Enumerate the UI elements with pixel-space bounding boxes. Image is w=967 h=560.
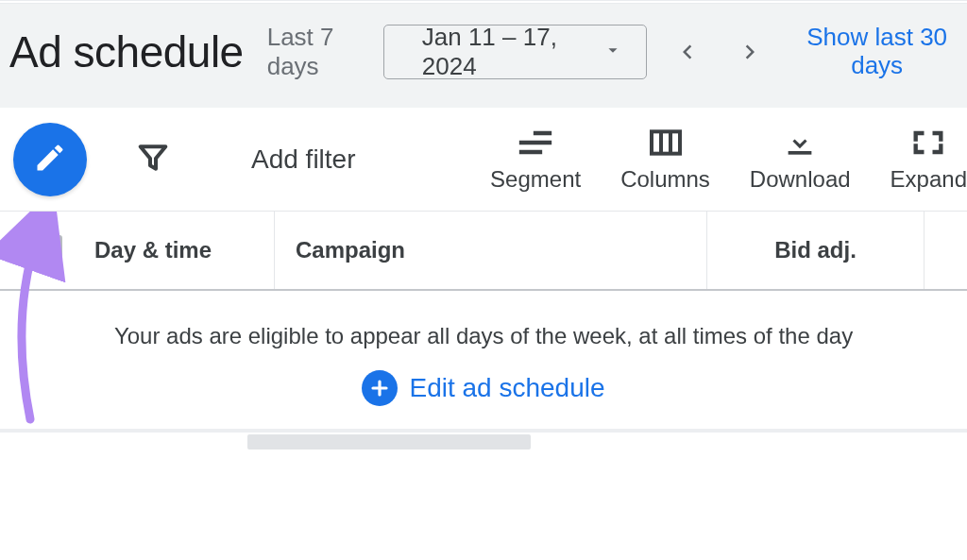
columns-icon <box>647 127 685 159</box>
column-day-time[interactable]: Day & time <box>94 237 274 263</box>
expand-icon <box>909 127 947 159</box>
date-range-value: Jan 11 – 17, 2024 <box>422 23 566 81</box>
table-header-row: Day & time Campaign Bid adj. <box>0 212 967 291</box>
segment-button[interactable]: Segment <box>490 127 581 193</box>
date-range-label: Last 7 days <box>267 23 366 81</box>
toolbar-actions: Segment Columns Download Expand <box>490 127 967 193</box>
download-button[interactable]: Download <box>750 127 851 193</box>
column-campaign[interactable]: Campaign <box>274 212 706 289</box>
add-filter-input[interactable]: Add filter <box>251 144 356 175</box>
column-bid-adj-label: Bid adj. <box>774 237 857 263</box>
date-prev-button[interactable] <box>673 38 702 66</box>
chevron-down-icon <box>602 40 623 64</box>
edit-fab-button[interactable] <box>13 123 87 196</box>
edit-ad-schedule-label: Edit ad schedule <box>409 373 604 403</box>
edit-ad-schedule-button[interactable]: Edit ad schedule <box>0 370 967 406</box>
download-icon <box>781 127 819 159</box>
svg-rect-0 <box>652 131 680 153</box>
expand-label: Expand <box>891 166 967 193</box>
date-next-button[interactable] <box>736 38 764 66</box>
segment-label: Segment <box>490 166 581 193</box>
scroll-thumb[interactable] <box>247 434 531 450</box>
pencil-icon <box>33 141 67 178</box>
empty-state-message: Your ads are eligible to appear all days… <box>0 323 967 349</box>
select-all-checkbox[interactable] <box>32 235 62 265</box>
page-title: Ad schedule <box>9 28 267 76</box>
segment-icon <box>517 127 554 159</box>
horizontal-scrollbar[interactable] <box>0 429 967 451</box>
column-campaign-label: Campaign <box>296 237 405 263</box>
download-label: Download <box>750 166 851 193</box>
expand-button[interactable]: Expand <box>891 127 967 193</box>
select-all-cell <box>0 235 94 265</box>
toolbar: Add filter Segment Columns Download Expa… <box>0 108 967 212</box>
empty-state: Your ads are eligible to appear all days… <box>0 291 967 429</box>
column-bid-adj[interactable]: Bid adj. <box>706 212 924 289</box>
filter-icon <box>134 139 172 180</box>
date-range-picker[interactable]: Jan 11 – 17, 2024 <box>383 25 648 79</box>
page-header: Ad schedule Last 7 days Jan 11 – 17, 202… <box>0 4 967 108</box>
columns-button[interactable]: Columns <box>620 127 710 193</box>
show-last-30-days-link[interactable]: Show last 30 days <box>798 24 956 80</box>
column-spacer <box>924 212 967 289</box>
plus-icon <box>362 370 398 406</box>
columns-label: Columns <box>620 166 710 193</box>
filter-button[interactable] <box>134 139 172 180</box>
